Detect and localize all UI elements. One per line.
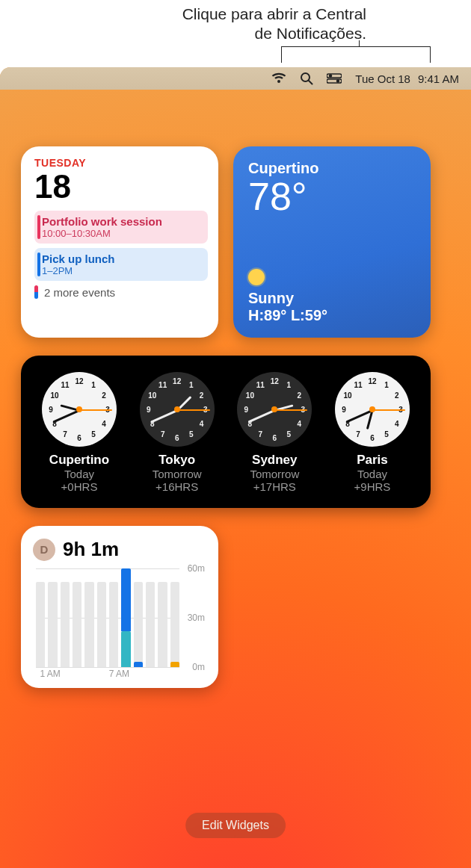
calendar-daynum: 18 bbox=[34, 170, 208, 203]
chart-ylabel: 60m bbox=[188, 563, 205, 574]
chart-bar bbox=[61, 582, 70, 667]
screentime-chart: 60m30m0m 1 AM7 AM bbox=[33, 568, 208, 681]
more-indicator-icon bbox=[34, 285, 38, 299]
chart-ylabel: 30m bbox=[188, 613, 205, 623]
chart-ylabel: 0m bbox=[192, 662, 205, 672]
desktop: Tue Oct 18 9:41 AM TUESDAY 18 Portfolio … bbox=[0, 67, 471, 868]
wifi-icon[interactable] bbox=[271, 72, 286, 84]
clock-face: 123456789101112 bbox=[335, 372, 410, 447]
menubar-clock[interactable]: Tue Oct 18 9:41 AM bbox=[355, 72, 459, 85]
sun-icon bbox=[248, 269, 265, 285]
worldclock-day: Today bbox=[327, 468, 417, 480]
chart-bar bbox=[121, 568, 130, 667]
edit-widgets-button[interactable]: Edit Widgets bbox=[185, 813, 286, 838]
chart-bar bbox=[73, 582, 81, 667]
callout-annotation: Clique para abrir a Central de Notificaç… bbox=[0, 0, 471, 67]
svg-point-5 bbox=[336, 79, 339, 82]
event-time: 1–2PM bbox=[42, 265, 202, 276]
worldclock-item: 123456789101112SydneyTomorrow+17HRS bbox=[230, 372, 319, 493]
worldclock-city: Sydney bbox=[230, 453, 319, 468]
chart-bar bbox=[48, 582, 57, 667]
chart-bar bbox=[146, 582, 155, 667]
worldclock-offset: +0HRS bbox=[34, 480, 124, 493]
worldclock-offset: +9HRS bbox=[327, 480, 417, 493]
worldclock-item: 123456789101112CupertinoToday+0HRS bbox=[34, 372, 124, 493]
chart-bar bbox=[170, 582, 179, 667]
worldclock-city: Cupertino bbox=[34, 453, 124, 468]
worldclock-day: Today bbox=[34, 468, 124, 480]
screentime-total: 9h 1m bbox=[63, 538, 119, 561]
event-title: Pick up lunch bbox=[42, 252, 202, 265]
svg-line-1 bbox=[309, 81, 313, 84]
worldclock-city: Paris bbox=[327, 453, 417, 468]
worldclock-day: Tomorrow bbox=[132, 468, 222, 480]
screentime-avatar: D bbox=[33, 539, 55, 561]
chart-xlabel: 1 AM bbox=[40, 669, 61, 679]
worldclock-day: Tomorrow bbox=[230, 468, 319, 480]
chart-bar bbox=[97, 582, 106, 667]
chart-bar bbox=[158, 582, 167, 667]
clock-face: 123456789101112 bbox=[140, 372, 215, 447]
menubar-date: Tue Oct 18 bbox=[355, 72, 410, 85]
worldclock-widget[interactable]: 123456789101112CupertinoToday+0HRS123456… bbox=[21, 356, 431, 508]
weather-hilo: H:89° L:59° bbox=[248, 307, 416, 324]
chart-xlabel: 7 AM bbox=[109, 669, 129, 679]
calendar-event[interactable]: Portfolio work session10:00–10:30AM bbox=[34, 211, 208, 244]
clock-face: 123456789101112 bbox=[237, 372, 312, 447]
weather-widget[interactable]: Cupertino 78° Sunny H:89° L:59° bbox=[233, 146, 431, 338]
weather-temp: 78° bbox=[248, 177, 416, 216]
svg-point-3 bbox=[329, 74, 332, 77]
clock-face: 123456789101112 bbox=[42, 372, 117, 447]
menubar: Tue Oct 18 9:41 AM bbox=[0, 67, 471, 90]
chart-bar bbox=[109, 582, 118, 667]
chart-bar bbox=[36, 582, 45, 667]
worldclock-offset: +17HRS bbox=[230, 480, 319, 493]
calendar-dayname: TUESDAY bbox=[34, 157, 208, 169]
chart-bar bbox=[84, 582, 93, 667]
callout-text: Clique para abrir a Central de Notificaç… bbox=[182, 4, 366, 43]
event-title: Portfolio work session bbox=[42, 215, 202, 228]
calendar-more: 2 more events bbox=[34, 285, 208, 299]
spotlight-icon[interactable] bbox=[300, 72, 313, 85]
screentime-widget[interactable]: D 9h 1m 60m30m0m 1 AM7 AM bbox=[21, 526, 218, 688]
weather-condition: Sunny bbox=[248, 290, 416, 307]
worldclock-item: 123456789101112ParisToday+9HRS bbox=[327, 372, 417, 493]
chart-bar bbox=[134, 582, 143, 667]
worldclock-item: 123456789101112TokyoTomorrow+16HRS bbox=[132, 372, 222, 493]
control-center-icon[interactable] bbox=[327, 73, 342, 84]
worldclock-offset: +16HRS bbox=[132, 480, 222, 493]
calendar-widget[interactable]: TUESDAY 18 Portfolio work session10:00–1… bbox=[21, 146, 218, 338]
calendar-event[interactable]: Pick up lunch1–2PM bbox=[34, 248, 208, 281]
event-time: 10:00–10:30AM bbox=[42, 228, 202, 239]
worldclock-city: Tokyo bbox=[132, 453, 222, 468]
menubar-time: 9:41 AM bbox=[418, 72, 459, 85]
